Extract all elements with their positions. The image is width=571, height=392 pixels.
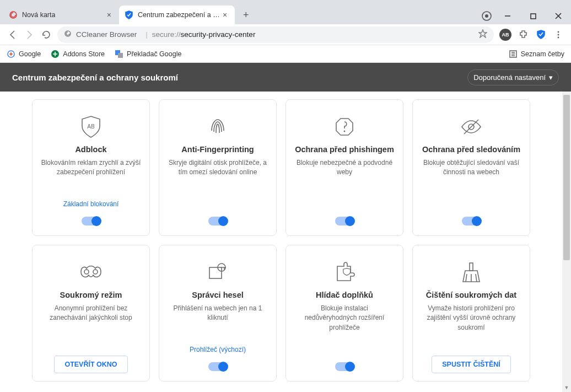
svg-point-8 (558, 31, 559, 33)
tab-label: Centrum zabezpečení a ochrany (138, 11, 220, 19)
card-title: Čištění soukromých dat (426, 291, 516, 299)
card-title: Ochrana před sledováním (422, 145, 520, 154)
svg-point-9 (558, 34, 559, 35)
card-desc: Anonymní prohlížení bez zanechávání jaký… (40, 304, 142, 323)
window-controls (495, 8, 571, 24)
card-title: Ochrana před phishingem (295, 145, 394, 154)
scroll-down-icon[interactable]: ▼ (562, 383, 571, 392)
svg-line-22 (464, 120, 478, 134)
card-note-link[interactable]: Základní blokování (63, 200, 119, 208)
back-button[interactable] (4, 26, 21, 43)
vertical-scrollbar[interactable]: ▲ ▼ (562, 92, 571, 392)
ccleaner-icon (9, 10, 18, 19)
bookmark-star-icon[interactable] (478, 29, 487, 40)
svg-rect-27 (470, 263, 473, 271)
address-bar[interactable]: CCleaner Browser | secure://security-pri… (57, 26, 494, 43)
svg-point-2 (485, 14, 488, 18)
toggle-switch[interactable] (208, 362, 227, 371)
svg-point-20 (344, 131, 346, 132)
address-separator: | (146, 30, 148, 39)
reading-list-label: Seznam četby (521, 50, 564, 58)
browser-toolbar: CCleaner Browser | secure://security-pri… (0, 24, 571, 45)
card-extension-guard[interactable]: Hlídač doplňků Blokuje instalaci nedůvěr… (286, 245, 403, 382)
maximize-button[interactable] (520, 8, 546, 24)
window-titlebar: Nová karta × Centrum zabezpečení a ochra… (0, 0, 571, 24)
toggle-switch[interactable] (82, 217, 100, 225)
url-path: security-privacy-center (181, 30, 256, 39)
content-scroll: AB Adblock Blokováním reklam zrychlí a z… (0, 92, 562, 392)
card-title: Hlídač doplňků (316, 291, 373, 299)
url-scheme: secure:// (152, 30, 181, 39)
reload-button[interactable] (37, 26, 54, 43)
card-desc: Skryje digitální otisk prohlížeče, a tím… (167, 158, 268, 178)
open-window-button[interactable]: OTEVŘÍT OKNO (54, 356, 127, 373)
card-password-managers[interactable]: Správci hesel Přihlášení na webech jen n… (159, 245, 277, 382)
google-icon (7, 50, 15, 58)
forward-button[interactable] (21, 26, 37, 43)
card-privacy-cleaner[interactable]: Čištění soukromých dat Vymaže historii p… (412, 245, 530, 382)
toggle-switch[interactable] (335, 362, 354, 371)
toggle-switch[interactable] (208, 217, 227, 225)
card-anti-fingerprinting[interactable]: Anti-Fingerprinting Skryje digitální oti… (159, 99, 277, 236)
close-icon[interactable]: × (220, 10, 229, 19)
svg-point-23 (84, 270, 89, 274)
card-desc: Blokuje instalaci nedůvěryhodných rozšíř… (294, 304, 395, 332)
card-title: Anti-Fingerprinting (181, 145, 254, 154)
chevron-down-icon: ▾ (549, 73, 553, 82)
new-tab-button[interactable]: + (238, 7, 254, 23)
scrollbar-thumb[interactable] (563, 95, 570, 260)
profile-avatar[interactable] (478, 8, 495, 24)
card-desc: Vymaže historii prohlížení pro zajištění… (421, 304, 522, 332)
card-note-link[interactable]: Prohlížeč (výchozí) (190, 346, 246, 353)
card-tracking-protection[interactable]: Ochrana před sledováním Blokuje obtěžují… (412, 99, 530, 236)
card-adblock[interactable]: AB Adblock Blokováním reklam zrychlí a z… (32, 99, 150, 236)
run-cleaning-button[interactable]: SPUSTIT ČIŠTĚNÍ (432, 356, 511, 373)
svg-rect-25 (209, 267, 222, 278)
feature-grid: AB Adblock Blokováním reklam zrychlí a z… (0, 92, 562, 392)
svg-point-24 (93, 270, 98, 274)
card-title: Adblock (75, 145, 106, 154)
reading-list[interactable]: Seznam četby (509, 50, 564, 58)
tab-label: Nová karta (22, 11, 55, 19)
bookmark-addons[interactable]: Addons Store (51, 50, 105, 58)
recommended-settings-dropdown[interactable]: Doporučená nastavení ▾ (467, 69, 559, 85)
page-viewport: AB Adblock Blokováním reklam zrychlí a z… (0, 92, 571, 392)
page-title: Centrum zabezpečení a ochrany soukromí (12, 73, 178, 82)
broom-icon (459, 256, 484, 288)
card-phishing-protection[interactable]: Ochrana před phishingem Blokuje nebezpeč… (286, 99, 403, 236)
close-window-button[interactable] (546, 8, 571, 24)
extensions-icon[interactable] (515, 26, 531, 43)
toggle-switch[interactable] (462, 217, 481, 225)
shield-icon[interactable] (532, 26, 549, 43)
settings-label: Doporučená nastavení (473, 73, 546, 82)
minimize-button[interactable] (495, 8, 520, 24)
browser-brand: CCleaner Browser (76, 30, 137, 39)
svg-rect-4 (531, 14, 536, 19)
bookmark-translator[interactable]: Překladač Google (115, 50, 181, 58)
tab-new[interactable]: Nová karta × (3, 6, 119, 24)
bookmark-label: Překladač Google (127, 50, 181, 58)
svg-line-30 (476, 274, 477, 282)
menu-icon[interactable] (550, 26, 567, 43)
svg-text:AB: AB (87, 123, 95, 130)
card-desc: Blokováním reklam zrychlí a zvýší zabezp… (40, 158, 142, 178)
password-key-icon (205, 256, 230, 288)
translate-icon (115, 50, 123, 58)
card-private-mode[interactable]: Soukromý režim Anonymní prohlížení bez z… (32, 245, 150, 382)
site-info-icon[interactable] (64, 30, 72, 39)
shield-ab-icon: AB (78, 111, 104, 143)
tab-security-center[interactable]: Centrum zabezpečení a ochrany × (119, 6, 235, 24)
bookmarks-bar: Google Addons Store Překladač Google Sez… (0, 45, 571, 63)
card-desc: Blokuje obtěžující sledování vaší činnos… (421, 158, 522, 178)
phishing-icon (332, 111, 357, 143)
toggle-switch[interactable] (335, 217, 354, 225)
card-desc: Přihlášení na webech jen na 1 kliknutí (167, 304, 268, 323)
close-icon[interactable]: × (105, 10, 114, 19)
eye-slash-icon (459, 111, 484, 143)
adblock-extension-icon[interactable]: AB (499, 29, 511, 41)
svg-rect-14 (118, 53, 123, 58)
shield-check-icon (125, 10, 133, 19)
card-title: Soukromý režim (60, 291, 122, 299)
bookmark-google[interactable]: Google (7, 50, 41, 58)
svg-line-28 (466, 274, 467, 282)
